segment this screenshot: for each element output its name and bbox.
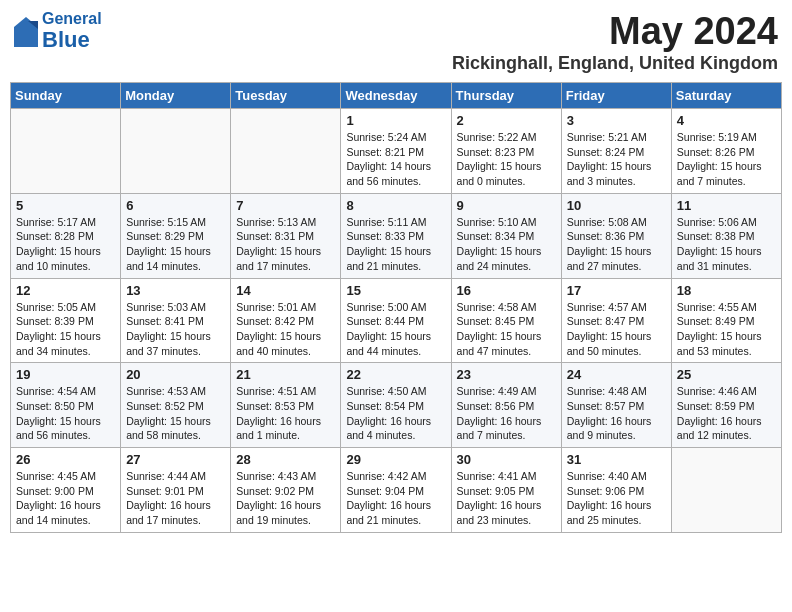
calendar-day-cell: 18Sunrise: 4:55 AMSunset: 8:49 PMDayligh… bbox=[671, 278, 781, 363]
day-info: Sunrise: 4:45 AMSunset: 9:00 PMDaylight:… bbox=[16, 469, 115, 528]
calendar-title: May 2024 bbox=[452, 10, 778, 53]
calendar-week-row: 19Sunrise: 4:54 AMSunset: 8:50 PMDayligh… bbox=[11, 363, 782, 448]
calendar-day-cell: 15Sunrise: 5:00 AMSunset: 8:44 PMDayligh… bbox=[341, 278, 451, 363]
calendar-day-cell: 13Sunrise: 5:03 AMSunset: 8:41 PMDayligh… bbox=[121, 278, 231, 363]
day-number: 12 bbox=[16, 283, 115, 298]
day-info: Sunrise: 5:22 AMSunset: 8:23 PMDaylight:… bbox=[457, 130, 556, 189]
weekday-header: Thursday bbox=[451, 83, 561, 109]
day-number: 15 bbox=[346, 283, 445, 298]
day-info: Sunrise: 5:21 AMSunset: 8:24 PMDaylight:… bbox=[567, 130, 666, 189]
day-info: Sunrise: 4:46 AMSunset: 8:59 PMDaylight:… bbox=[677, 384, 776, 443]
day-info: Sunrise: 5:24 AMSunset: 8:21 PMDaylight:… bbox=[346, 130, 445, 189]
day-number: 28 bbox=[236, 452, 335, 467]
calendar-day-cell: 24Sunrise: 4:48 AMSunset: 8:57 PMDayligh… bbox=[561, 363, 671, 448]
calendar-day-cell: 30Sunrise: 4:41 AMSunset: 9:05 PMDayligh… bbox=[451, 448, 561, 533]
calendar-week-row: 5Sunrise: 5:17 AMSunset: 8:28 PMDaylight… bbox=[11, 193, 782, 278]
day-number: 1 bbox=[346, 113, 445, 128]
calendar-day-cell bbox=[231, 109, 341, 194]
calendar-day-cell: 8Sunrise: 5:11 AMSunset: 8:33 PMDaylight… bbox=[341, 193, 451, 278]
day-info: Sunrise: 5:05 AMSunset: 8:39 PMDaylight:… bbox=[16, 300, 115, 359]
logo-text: General Blue bbox=[42, 10, 102, 52]
day-number: 2 bbox=[457, 113, 556, 128]
day-info: Sunrise: 4:51 AMSunset: 8:53 PMDaylight:… bbox=[236, 384, 335, 443]
logo-general-text: General bbox=[42, 10, 102, 28]
day-info: Sunrise: 5:17 AMSunset: 8:28 PMDaylight:… bbox=[16, 215, 115, 274]
day-info: Sunrise: 5:00 AMSunset: 8:44 PMDaylight:… bbox=[346, 300, 445, 359]
day-number: 22 bbox=[346, 367, 445, 382]
calendar-day-cell: 7Sunrise: 5:13 AMSunset: 8:31 PMDaylight… bbox=[231, 193, 341, 278]
day-number: 9 bbox=[457, 198, 556, 213]
calendar-location: Rickinghall, England, United Kingdom bbox=[452, 53, 778, 74]
day-info: Sunrise: 4:54 AMSunset: 8:50 PMDaylight:… bbox=[16, 384, 115, 443]
calendar-week-row: 26Sunrise: 4:45 AMSunset: 9:00 PMDayligh… bbox=[11, 448, 782, 533]
day-info: Sunrise: 5:08 AMSunset: 8:36 PMDaylight:… bbox=[567, 215, 666, 274]
calendar-day-cell bbox=[121, 109, 231, 194]
day-info: Sunrise: 4:44 AMSunset: 9:01 PMDaylight:… bbox=[126, 469, 225, 528]
day-number: 26 bbox=[16, 452, 115, 467]
logo-icon bbox=[14, 17, 38, 47]
day-info: Sunrise: 4:48 AMSunset: 8:57 PMDaylight:… bbox=[567, 384, 666, 443]
day-number: 24 bbox=[567, 367, 666, 382]
calendar-day-cell: 19Sunrise: 4:54 AMSunset: 8:50 PMDayligh… bbox=[11, 363, 121, 448]
day-info: Sunrise: 4:41 AMSunset: 9:05 PMDaylight:… bbox=[457, 469, 556, 528]
calendar-day-cell: 29Sunrise: 4:42 AMSunset: 9:04 PMDayligh… bbox=[341, 448, 451, 533]
day-number: 18 bbox=[677, 283, 776, 298]
day-info: Sunrise: 4:49 AMSunset: 8:56 PMDaylight:… bbox=[457, 384, 556, 443]
day-number: 8 bbox=[346, 198, 445, 213]
calendar-day-cell: 31Sunrise: 4:40 AMSunset: 9:06 PMDayligh… bbox=[561, 448, 671, 533]
day-number: 31 bbox=[567, 452, 666, 467]
calendar-day-cell: 27Sunrise: 4:44 AMSunset: 9:01 PMDayligh… bbox=[121, 448, 231, 533]
logo: General Blue bbox=[14, 10, 102, 52]
calendar-day-cell: 23Sunrise: 4:49 AMSunset: 8:56 PMDayligh… bbox=[451, 363, 561, 448]
calendar-day-cell: 25Sunrise: 4:46 AMSunset: 8:59 PMDayligh… bbox=[671, 363, 781, 448]
day-info: Sunrise: 5:10 AMSunset: 8:34 PMDaylight:… bbox=[457, 215, 556, 274]
day-number: 4 bbox=[677, 113, 776, 128]
calendar-day-cell: 1Sunrise: 5:24 AMSunset: 8:21 PMDaylight… bbox=[341, 109, 451, 194]
day-info: Sunrise: 5:01 AMSunset: 8:42 PMDaylight:… bbox=[236, 300, 335, 359]
title-block: May 2024 Rickinghall, England, United Ki… bbox=[452, 10, 778, 74]
weekday-header: Wednesday bbox=[341, 83, 451, 109]
day-number: 27 bbox=[126, 452, 225, 467]
day-number: 7 bbox=[236, 198, 335, 213]
day-info: Sunrise: 4:40 AMSunset: 9:06 PMDaylight:… bbox=[567, 469, 666, 528]
day-number: 19 bbox=[16, 367, 115, 382]
calendar-day-cell: 11Sunrise: 5:06 AMSunset: 8:38 PMDayligh… bbox=[671, 193, 781, 278]
calendar-day-cell: 9Sunrise: 5:10 AMSunset: 8:34 PMDaylight… bbox=[451, 193, 561, 278]
day-number: 11 bbox=[677, 198, 776, 213]
logo-blue-text: Blue bbox=[42, 28, 102, 52]
day-number: 16 bbox=[457, 283, 556, 298]
weekday-header: Tuesday bbox=[231, 83, 341, 109]
weekday-header: Saturday bbox=[671, 83, 781, 109]
calendar-day-cell: 17Sunrise: 4:57 AMSunset: 8:47 PMDayligh… bbox=[561, 278, 671, 363]
day-number: 10 bbox=[567, 198, 666, 213]
day-number: 20 bbox=[126, 367, 225, 382]
day-number: 17 bbox=[567, 283, 666, 298]
calendar-day-cell: 12Sunrise: 5:05 AMSunset: 8:39 PMDayligh… bbox=[11, 278, 121, 363]
calendar-day-cell: 4Sunrise: 5:19 AMSunset: 8:26 PMDaylight… bbox=[671, 109, 781, 194]
day-info: Sunrise: 4:55 AMSunset: 8:49 PMDaylight:… bbox=[677, 300, 776, 359]
day-number: 21 bbox=[236, 367, 335, 382]
calendar-table: SundayMondayTuesdayWednesdayThursdayFrid… bbox=[10, 82, 782, 533]
calendar-day-cell: 22Sunrise: 4:50 AMSunset: 8:54 PMDayligh… bbox=[341, 363, 451, 448]
day-info: Sunrise: 4:50 AMSunset: 8:54 PMDaylight:… bbox=[346, 384, 445, 443]
day-info: Sunrise: 4:58 AMSunset: 8:45 PMDaylight:… bbox=[457, 300, 556, 359]
calendar-week-row: 12Sunrise: 5:05 AMSunset: 8:39 PMDayligh… bbox=[11, 278, 782, 363]
calendar-day-cell: 6Sunrise: 5:15 AMSunset: 8:29 PMDaylight… bbox=[121, 193, 231, 278]
day-info: Sunrise: 5:13 AMSunset: 8:31 PMDaylight:… bbox=[236, 215, 335, 274]
day-number: 29 bbox=[346, 452, 445, 467]
weekday-header: Friday bbox=[561, 83, 671, 109]
day-number: 3 bbox=[567, 113, 666, 128]
calendar-day-cell: 2Sunrise: 5:22 AMSunset: 8:23 PMDaylight… bbox=[451, 109, 561, 194]
calendar-week-row: 1Sunrise: 5:24 AMSunset: 8:21 PMDaylight… bbox=[11, 109, 782, 194]
calendar-day-cell: 16Sunrise: 4:58 AMSunset: 8:45 PMDayligh… bbox=[451, 278, 561, 363]
day-number: 5 bbox=[16, 198, 115, 213]
calendar-header-row: SundayMondayTuesdayWednesdayThursdayFrid… bbox=[11, 83, 782, 109]
calendar-day-cell: 3Sunrise: 5:21 AMSunset: 8:24 PMDaylight… bbox=[561, 109, 671, 194]
calendar-day-cell bbox=[671, 448, 781, 533]
calendar-day-cell: 28Sunrise: 4:43 AMSunset: 9:02 PMDayligh… bbox=[231, 448, 341, 533]
calendar-day-cell: 14Sunrise: 5:01 AMSunset: 8:42 PMDayligh… bbox=[231, 278, 341, 363]
day-number: 6 bbox=[126, 198, 225, 213]
day-number: 25 bbox=[677, 367, 776, 382]
day-info: Sunrise: 4:43 AMSunset: 9:02 PMDaylight:… bbox=[236, 469, 335, 528]
calendar-day-cell bbox=[11, 109, 121, 194]
